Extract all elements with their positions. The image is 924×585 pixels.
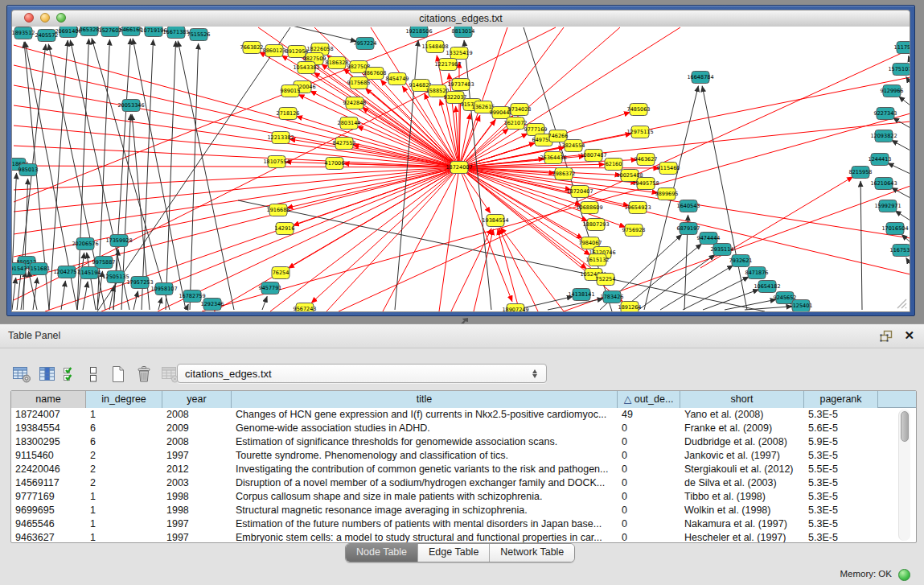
graph-node[interactable]: 12213382: [267, 132, 294, 144]
table-cell[interactable]: 9465546: [11, 517, 86, 531]
graph-node[interactable]: 1151681: [27, 263, 51, 275]
graph-node[interactable]: 9756928: [622, 225, 646, 237]
table-cell[interactable]: 6: [86, 422, 162, 435]
graph-node[interactable]: 1167534: [890, 245, 910, 257]
graph-node[interactable]: 19384554: [482, 215, 508, 227]
graph-node[interactable]: 19737483: [447, 79, 474, 91]
column-header-out_de[interactable]: △ out_de...: [618, 391, 680, 408]
column-header-pagerank[interactable]: pagerank: [804, 391, 878, 408]
graph-node[interactable]: 8471876: [745, 267, 769, 279]
table-cell[interactable]: 1: [86, 504, 162, 517]
graph-node[interactable]: 9175685: [347, 77, 371, 89]
graph-node[interactable]: 1145194: [78, 267, 101, 279]
scrollbar-thumb[interactable]: [901, 411, 909, 442]
graph-node[interactable]: 8186328: [326, 57, 349, 69]
table-cell[interactable]: 9115460: [11, 449, 86, 463]
table-cell[interactable]: 5.3E-5: [804, 449, 878, 463]
tab-node-table[interactable]: Node Table: [346, 544, 417, 562]
show-columns-icon[interactable]: [37, 364, 58, 385]
table-cell[interactable]: 2008: [162, 435, 232, 449]
new-table-icon[interactable]: [108, 364, 129, 385]
table-cell[interactable]: 0: [618, 476, 680, 490]
graph-node[interactable]: 7663822: [240, 42, 264, 54]
graph-node[interactable]: 8454749: [386, 73, 409, 85]
select-columns-icon[interactable]: [63, 364, 79, 385]
graph-node[interactable]: 12975115: [626, 126, 653, 138]
graph-node[interactable]: 9474444: [697, 233, 721, 245]
graph-node[interactable]: 7986372: [552, 168, 576, 180]
table-cell[interactable]: 2008: [162, 408, 232, 422]
graph-node[interactable]: 17957253: [126, 277, 153, 289]
graph-node[interactable]: 1125401: [790, 300, 813, 312]
table-cell[interactable]: 1998: [162, 504, 232, 517]
graph-node[interactable]: 10958107: [150, 283, 177, 295]
graph-node[interactable]: 1615132: [586, 254, 610, 266]
graph-node[interactable]: 391543: [12, 263, 27, 275]
table-cell[interactable]: 1997: [162, 517, 232, 531]
table-cell[interactable]: 5.3E-5: [804, 517, 878, 531]
table-cell[interactable]: 1997: [162, 449, 232, 463]
graph-node[interactable]: 3824554: [562, 140, 585, 152]
graph-node[interactable]: 76254: [272, 267, 290, 279]
graph-node[interactable]: 7515526: [187, 29, 211, 41]
table-cell[interactable]: Estimation of the future numbers of pati…: [232, 517, 618, 531]
graph-node[interactable]: 18720407: [566, 186, 593, 198]
graph-node[interactable]: 15992971: [874, 200, 901, 212]
graph-node[interactable]: 1527602: [99, 27, 122, 37]
graph-node[interactable]: 9567243: [294, 303, 317, 313]
graph-node[interactable]: 989015: [281, 85, 301, 97]
table-cell[interactable]: 2003: [162, 476, 232, 490]
graph-node[interactable]: 17016504: [881, 223, 908, 235]
table-cell[interactable]: de Silva et al. (2003): [680, 476, 804, 490]
graph-node[interactable]: 13325419: [446, 47, 472, 60]
table-cell[interactable]: Wolkin et al. (1998): [680, 504, 804, 517]
graph-node[interactable]: 142916: [275, 223, 295, 235]
graph-node[interactable]: 6879197: [677, 223, 700, 235]
graph-node[interactable]: 7932621: [729, 255, 753, 267]
zoom-window-icon[interactable]: [56, 13, 66, 23]
table-cell[interactable]: 5.3E-5: [804, 408, 878, 422]
table-cell[interactable]: 14569117: [11, 476, 86, 490]
table-cell[interactable]: 0: [618, 517, 680, 531]
delete-table-icon[interactable]: [133, 364, 154, 385]
tab-edge-table[interactable]: Edge Table: [417, 544, 489, 562]
table-cell[interactable]: 9463627: [11, 531, 86, 543]
table-row[interactable]: 1456911722003Disruption of a novel membe…: [11, 476, 916, 490]
table-cell[interactable]: 1: [86, 517, 162, 531]
table-cell[interactable]: 9777169: [11, 490, 86, 504]
table-cell[interactable]: Franke et al. (2009): [680, 422, 804, 435]
graph-node[interactable]: 7485063: [627, 104, 651, 116]
column-header-year[interactable]: year: [162, 391, 232, 408]
table-cell[interactable]: 0: [618, 449, 680, 463]
table-cell[interactable]: 49: [618, 408, 680, 422]
table-cell[interactable]: 1: [86, 490, 162, 504]
table-cell[interactable]: 0: [618, 490, 680, 504]
table-cell[interactable]: Estimation of significance thresholds fo…: [232, 435, 618, 449]
table-row[interactable]: 1872400712008Changes of HCN gene express…: [11, 408, 916, 422]
table-cell[interactable]: Genome-wide association studies in ADHD.: [232, 422, 618, 435]
graph-node[interactable]: 8427552: [333, 138, 356, 150]
graph-node[interactable]: 1891264: [618, 302, 642, 313]
network-canvas[interactable]: 1872400718935122405572206914061065328715…: [11, 27, 910, 312]
table-cell[interactable]: 1: [86, 408, 162, 422]
graph-node[interactable]: 14138141: [568, 289, 594, 301]
graph-node[interactable]: 16210643: [870, 178, 897, 190]
table-cell[interactable]: 5.3E-5: [804, 504, 878, 517]
column-header-short[interactable]: short: [680, 391, 804, 408]
graph-node[interactable]: 8860123: [263, 45, 286, 57]
table-cell[interactable]: 5.3E-5: [804, 490, 878, 504]
graph-node[interactable]: 8215958: [849, 167, 873, 179]
graph-node[interactable]: 11548408: [421, 41, 448, 53]
table-cell[interactable]: 0: [618, 435, 680, 449]
table-cell[interactable]: Jankovic et al. (1997): [680, 449, 804, 463]
table-cell[interactable]: Investigating the contribution of common…: [232, 463, 618, 476]
table-cell[interactable]: 5.3E-5: [804, 476, 878, 490]
table-cell[interactable]: Structural magnetic resonance image aver…: [232, 504, 618, 517]
table-cell[interactable]: Nakamura et al. (1997): [680, 517, 804, 531]
table-cell[interactable]: 1998: [162, 490, 232, 504]
table-row[interactable]: 946362711997Embryonic stem cells: a mode…: [11, 531, 916, 543]
table-cell[interactable]: 0: [618, 463, 680, 476]
table-cell[interactable]: 0: [618, 531, 680, 543]
table-row[interactable]: 2242004622012Investigating the contribut…: [11, 463, 916, 476]
table-select[interactable]: citations_edges.txt: [177, 364, 547, 383]
